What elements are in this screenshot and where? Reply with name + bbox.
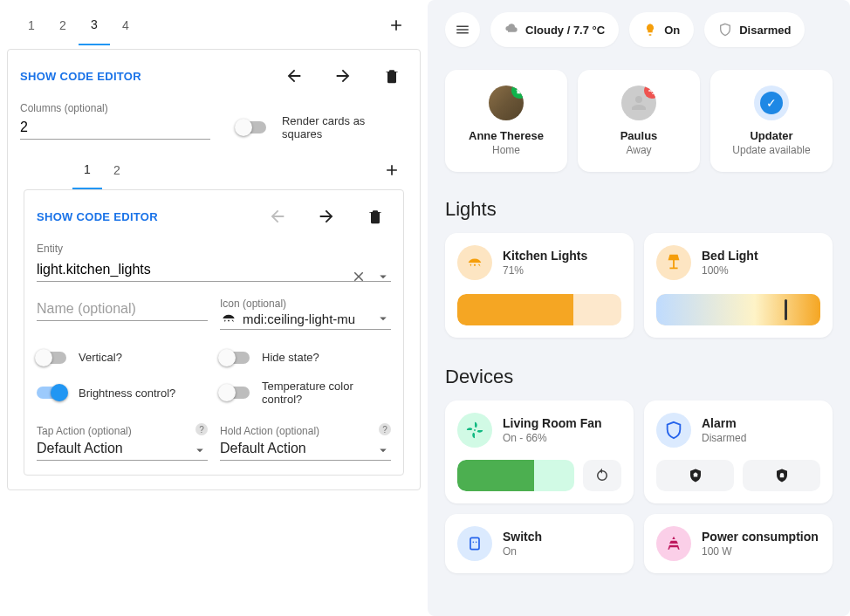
avatar — [489, 86, 524, 120]
arm-away-button[interactable] — [743, 460, 820, 491]
tap-action-select[interactable]: Default Action — [37, 437, 208, 461]
device-name: Living Room Fan — [503, 416, 602, 430]
lamp-icon — [656, 245, 691, 280]
person-status: Update available — [732, 144, 810, 156]
vertical-label: Vertical? — [79, 351, 122, 364]
device-name: Switch — [503, 530, 542, 544]
fan-icon — [457, 413, 492, 448]
inner-tab-2[interactable]: 2 — [102, 151, 132, 189]
hide-state-label: Hide state? — [262, 351, 319, 364]
caret-down-icon — [375, 442, 391, 458]
hold-action-select[interactable]: Default Action — [220, 437, 391, 461]
state-chip[interactable]: On — [629, 12, 694, 47]
person-name: Paulus — [620, 129, 658, 142]
delete-inner-button[interactable] — [360, 201, 391, 232]
entity-input[interactable] — [37, 258, 391, 282]
ceiling-light-icon — [457, 245, 492, 280]
person-name: Updater — [750, 129, 792, 142]
card-editor-panel: SHOW CODE EDITOR Columns (optional) — [7, 49, 421, 490]
brightness-toggle[interactable] — [37, 387, 66, 399]
ceiling-light-icon — [220, 310, 237, 327]
weather-icon — [504, 23, 518, 37]
icon-label: Icon (optional) — [220, 298, 391, 310]
menu-chip[interactable] — [445, 12, 480, 47]
add-outer-tab-button[interactable] — [380, 10, 412, 41]
caret-down-icon — [192, 442, 208, 458]
weather-chip[interactable]: Cloudy / 7.7 °C — [490, 12, 619, 47]
next-inner-button[interactable] — [311, 201, 342, 232]
device-card-power[interactable]: Power consumption 100 W — [644, 514, 833, 573]
entity-label: Entity — [37, 243, 391, 255]
device-card-alarm[interactable]: Alarm Disarmed — [644, 400, 833, 503]
transmission-tower-icon — [656, 526, 691, 561]
light-card-kitchen[interactable]: Kitchen Lights 71% — [445, 233, 634, 338]
light-status: 71% — [503, 264, 587, 277]
outer-tab-1[interactable]: 1 — [16, 5, 47, 45]
svg-rect-0 — [470, 537, 479, 549]
icon-dropdown-icon[interactable] — [375, 311, 391, 326]
home-badge-icon — [511, 86, 524, 99]
icon-input[interactable]: mdi:ceiling-light-mu — [220, 310, 391, 330]
temperature-toggle[interactable] — [220, 387, 250, 399]
columns-input[interactable] — [20, 116, 210, 140]
device-status: Disarmed — [702, 432, 746, 444]
temperature-label: Temperature color control? — [262, 380, 375, 406]
name-input[interactable]: Name (optional) — [37, 298, 208, 321]
render-squares-label: Render cards as squares — [282, 114, 408, 140]
light-icon — [643, 23, 657, 37]
prev-inner-button — [262, 201, 293, 232]
person-name: Anne Therese — [469, 129, 544, 142]
device-name: Power consumption — [702, 530, 819, 544]
columns-label: Columns (optional) — [20, 102, 408, 114]
alarm-chip[interactable]: Disarmed — [704, 12, 805, 47]
entity-dropdown-icon[interactable] — [375, 269, 391, 284]
tap-action-label: Tap Action (optional) — [37, 425, 208, 437]
device-name: Alarm — [702, 416, 746, 430]
state-text: On — [664, 24, 680, 37]
add-inner-tab-button[interactable] — [376, 154, 408, 186]
outer-tabs: 1 2 3 4 — [7, 5, 421, 45]
devices-section-title: Devices — [445, 366, 833, 388]
entity-editor-panel: SHOW CODE EDITOR Entity — [24, 189, 404, 476]
inner-tabs: 1 2 — [20, 151, 408, 189]
light-card-bed[interactable]: Bed Light 100% — [644, 233, 833, 338]
fan-speed-slider[interactable] — [457, 460, 574, 491]
clear-entity-icon[interactable] — [351, 269, 367, 284]
hold-action-label: Hold Action (optional) — [220, 425, 391, 437]
delete-outer-button[interactable] — [376, 60, 408, 92]
inner-tab-1[interactable]: 1 — [72, 151, 102, 189]
outer-tab-4[interactable]: 4 — [110, 5, 141, 45]
render-squares-toggle[interactable] — [236, 121, 266, 133]
tap-action-help-icon[interactable]: ? — [195, 423, 208, 435]
shield-icon — [718, 23, 732, 37]
light-status: 100% — [702, 264, 758, 277]
prev-button[interactable] — [278, 60, 310, 92]
outer-tab-3[interactable]: 3 — [79, 5, 110, 45]
light-name: Kitchen Lights — [503, 249, 587, 263]
hold-action-help-icon[interactable]: ? — [379, 423, 391, 435]
svg-point-2 — [476, 542, 477, 544]
device-card-switch[interactable]: Switch On — [445, 514, 634, 573]
person-status: Home — [492, 144, 520, 156]
outer-tab-2[interactable]: 2 — [47, 5, 79, 45]
away-badge-icon — [644, 86, 656, 99]
person-card-updater[interactable]: ✓ Updater Update available — [710, 70, 833, 172]
color-temp-slider[interactable] — [656, 294, 820, 325]
hide-state-toggle[interactable] — [220, 352, 250, 364]
next-button[interactable] — [327, 60, 359, 92]
power-socket-icon — [457, 526, 492, 561]
show-code-editor-button[interactable]: SHOW CODE EDITOR — [20, 70, 141, 83]
avatar — [621, 86, 656, 120]
vertical-toggle[interactable] — [37, 352, 66, 364]
oscillate-button[interactable] — [583, 460, 621, 491]
icon-value-text: mdi:ceiling-light-mu — [243, 311, 355, 326]
lights-section-title: Lights — [445, 198, 833, 221]
arm-home-button[interactable] — [656, 460, 734, 491]
svg-point-1 — [473, 542, 475, 544]
brightness-slider[interactable] — [457, 294, 621, 325]
person-card-paulus[interactable]: Paulus Away — [578, 70, 700, 172]
avatar: ✓ — [754, 86, 789, 120]
show-code-editor-inner-button[interactable]: SHOW CODE EDITOR — [37, 210, 158, 223]
device-card-fan[interactable]: Living Room Fan On - 66% — [445, 400, 634, 503]
person-card-anne[interactable]: Anne Therese Home — [445, 70, 567, 172]
